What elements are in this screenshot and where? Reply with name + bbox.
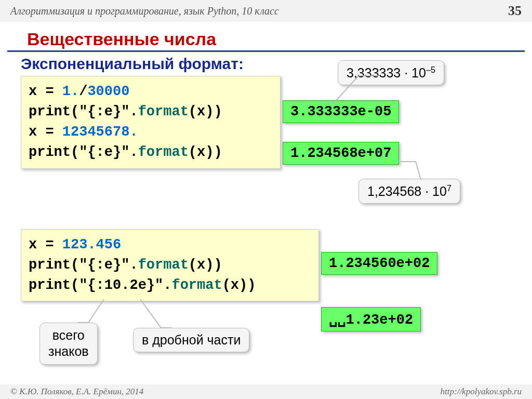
course-title: Алгоритмизация и программирование, язык …	[10, 5, 279, 17]
page-number: 35	[508, 3, 522, 19]
code-block-2: x = 123.456 print("{:e}".format(x)) prin…	[21, 229, 319, 301]
callout-sci-1: 3,333333 · 10–5	[338, 60, 444, 85]
copyright: © К.Ю. Поляков, Е.А. Ерёмин, 2014	[10, 387, 143, 397]
output-4: ␣␣1.23e+02	[321, 307, 421, 331]
slide-subtitle: Экспоненциальный формат:	[0, 52, 532, 76]
footer-url: http://kpolyakov.spb.ru	[441, 387, 522, 397]
output-1: 3.333333e-05	[283, 100, 399, 123]
callout-fraction: в дробной части	[133, 328, 249, 352]
slide-footer: © К.Ю. Поляков, Е.А. Ерёмин, 2014 http:/…	[0, 384, 532, 399]
slide-header: Алгоритмизация и программирование, язык …	[0, 0, 532, 22]
slide-title: Вещественные числа	[7, 22, 525, 52]
code-block-1: x = 1./30000 print("{:e}".format(x)) x =…	[21, 76, 281, 169]
output-3: 1.234560e+02	[321, 252, 437, 275]
callout-sci-2: 1,234568 · 107	[358, 179, 460, 204]
callout-total-chars: всего знаков	[39, 323, 98, 365]
output-2: 1.234568e+07	[283, 142, 399, 165]
